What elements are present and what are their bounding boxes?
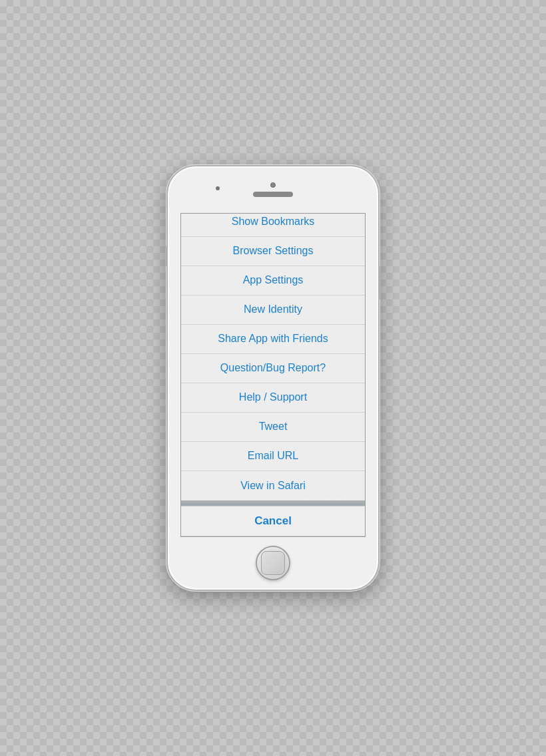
front-camera <box>270 182 276 188</box>
phone-device: 15:00 In Stock hrs 54 mins and choose Tw… <box>166 165 380 591</box>
proximity-sensor <box>216 186 220 190</box>
menu-item-question-bug-report[interactable]: Question/Bug Report? <box>181 354 365 383</box>
menu-item-new-identity[interactable]: New Identity <box>181 295 365 325</box>
menu-item-tweet[interactable]: Tweet <box>181 413 365 442</box>
earpiece-speaker <box>253 192 293 197</box>
home-button-inner <box>261 551 285 575</box>
home-button[interactable] <box>256 546 290 580</box>
menu-item-help-support[interactable]: Help / Support <box>181 383 365 413</box>
menu-item-email-url[interactable]: Email URL <box>181 442 365 471</box>
phone-top <box>168 166 378 213</box>
menu-item-app-settings[interactable]: App Settings <box>181 266 365 295</box>
menu-item-share-app-with-friends[interactable]: Share App with Friends <box>181 325 365 354</box>
menu-list: Bookmark Current Page Show Bookmarks Bro… <box>181 213 365 500</box>
menu-item-view-in-safari[interactable]: View in Safari <box>181 471 365 500</box>
menu-item-browser-settings[interactable]: Browser Settings <box>181 237 365 266</box>
phone-bottom <box>168 537 378 590</box>
cancel-button[interactable]: Cancel <box>181 506 365 536</box>
menu-item-show-bookmarks[interactable]: Show Bookmarks <box>181 213 365 237</box>
action-sheet-overlay: Bookmark Current Page Show Bookmarks Bro… <box>181 214 365 536</box>
cancel-bar: Cancel <box>181 506 365 536</box>
power-button <box>378 266 381 299</box>
phone-screen: 15:00 In Stock hrs 54 mins and choose Tw… <box>180 213 366 537</box>
volume-button <box>165 246 168 266</box>
action-sheet: Bookmark Current Page Show Bookmarks Bro… <box>181 213 365 536</box>
